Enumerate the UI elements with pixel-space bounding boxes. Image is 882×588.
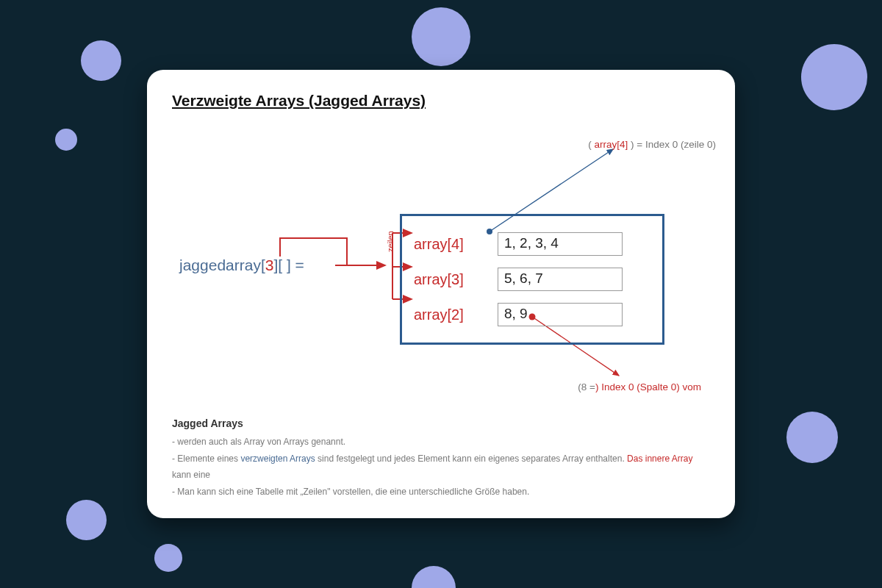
- bg-circle: [55, 129, 77, 151]
- bg-circle: [81, 40, 121, 81]
- inner-label-0: array[4]: [414, 236, 477, 253]
- inner-values-1: 5, 6, 7: [498, 268, 623, 291]
- inner-values-2: 8, 9: [498, 303, 623, 326]
- jagged-declaration: jaggedarray[3][ ] =: [179, 257, 304, 274]
- notes-line-3: - Man kann sich eine Tabelle mit „Zeilen…: [172, 484, 710, 501]
- slide-card: Verzweigte Arrays (Jagged Arrays): [147, 70, 735, 518]
- inner-values-0: 1, 2, 3, 4: [498, 232, 623, 256]
- inner-label-1: array[3]: [414, 271, 477, 288]
- diagram-area: jaggedarray[3][ ] = zeilen array[4] 1, 2…: [172, 132, 710, 396]
- notes-line-2: - Elemente eines verzweigten Arrays sind…: [172, 451, 710, 484]
- inner-array-box: array[4] 1, 2, 3, 4 array[3] 5, 6, 7 arr…: [400, 214, 664, 345]
- bg-circle: [412, 7, 470, 66]
- bg-circle: [786, 412, 838, 463]
- jagged-after: ][ ] =: [273, 257, 304, 273]
- callout-top-red: array[4]: [595, 139, 628, 150]
- bg-circle: [412, 566, 456, 588]
- callout-bot-open: (8 =: [578, 381, 595, 392]
- inner-label-2: array[2]: [414, 306, 477, 323]
- bg-circle: [154, 544, 182, 572]
- callout-bot-rest: ) Index 0 (Spalte 0) vom: [595, 381, 701, 392]
- bg-circle: [801, 44, 867, 110]
- bg-circle: [66, 500, 107, 540]
- jagged-num: 3: [265, 257, 274, 273]
- callout-top: ( array[4] ) = Index 0 (zeile 0): [588, 139, 716, 150]
- inner-row-1: array[3] 5, 6, 7: [414, 262, 650, 297]
- jagged-before: jaggedarray[: [179, 257, 265, 273]
- zeilen-label: zeilen: [386, 231, 395, 252]
- callout-bottom: (8 =) Index 0 (Spalte 0) vom: [578, 381, 701, 392]
- notes-section: Jagged Arrays - werden auch als Array vo…: [172, 417, 710, 501]
- callout-top-rest: ) = Index 0 (zeile 0): [628, 139, 716, 150]
- inner-row-0: array[4] 1, 2, 3, 4: [414, 226, 650, 262]
- inner-row-2: array[2] 8, 9: [414, 297, 650, 332]
- callout-top-open: (: [588, 139, 594, 150]
- slide-title: Verzweigte Arrays (Jagged Arrays): [172, 92, 710, 110]
- notes-line-1: - werden auch als Array von Arrays genan…: [172, 434, 710, 451]
- notes-heading: Jagged Arrays: [172, 417, 710, 429]
